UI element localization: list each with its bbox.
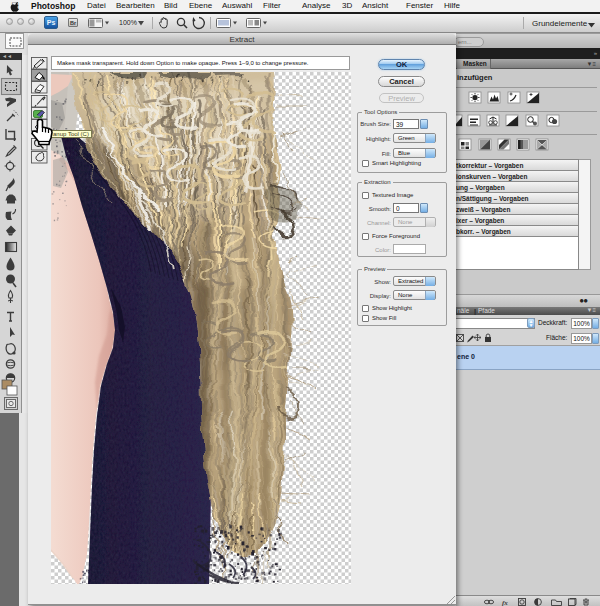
svg-text:fx: fx (502, 598, 508, 606)
